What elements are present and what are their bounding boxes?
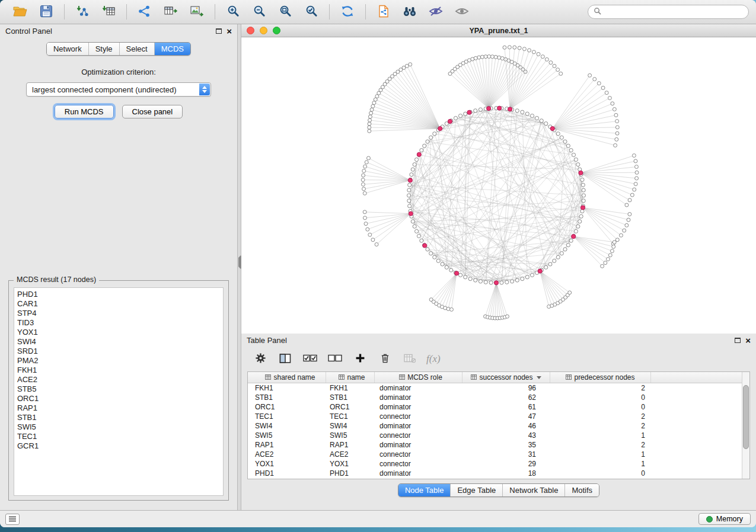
cell-successor-nodes[interactable]: 43 xyxy=(462,431,550,440)
cell-predecessor-nodes[interactable]: 1 xyxy=(550,431,651,440)
cell-successor-nodes[interactable]: 61 xyxy=(462,403,550,411)
table-row[interactable]: STB1STB1dominator620 xyxy=(248,393,742,402)
cell-shared-name[interactable]: TEC1 xyxy=(248,412,326,421)
cell-name[interactable]: ACE2 xyxy=(326,450,375,459)
zoom-selected-button[interactable] xyxy=(301,3,321,21)
column-header-name[interactable]: name xyxy=(326,372,375,383)
mcds-result-item[interactable]: ORC1 xyxy=(17,394,220,403)
cell-name[interactable]: ORC1 xyxy=(326,403,375,411)
cell-MCDS-role[interactable]: dominator xyxy=(375,469,462,477)
select-all-columns-button[interactable] xyxy=(301,350,320,368)
cell-MCDS-role[interactable]: dominator xyxy=(375,403,462,411)
network-view[interactable] xyxy=(241,37,756,334)
search-box[interactable] xyxy=(588,5,749,19)
mcds-result-item[interactable]: FKH1 xyxy=(17,366,220,375)
table-row[interactable]: FKH1FKH1dominator962 xyxy=(248,383,742,393)
cell-MCDS-role[interactable]: dominator xyxy=(375,441,462,449)
tab-mcds[interactable]: MCDS xyxy=(154,43,190,55)
table-row[interactable]: SWI4SWI4dominator462 xyxy=(248,421,742,431)
table-row[interactable]: SWI5SWI5connector431 xyxy=(248,431,742,440)
close-panel-button[interactable]: Close panel xyxy=(122,105,183,118)
cell-predecessor-nodes[interactable]: 2 xyxy=(550,412,651,421)
table-row[interactable]: TEC1TEC1connector472 xyxy=(248,412,742,421)
cell-predecessor-nodes[interactable]: 1 xyxy=(550,460,651,468)
cell-predecessor-nodes[interactable]: 1 xyxy=(550,450,651,459)
window-zoom-icon[interactable] xyxy=(273,27,280,34)
mcds-result-item[interactable]: CAR1 xyxy=(17,299,220,309)
mcds-result-item[interactable]: TEC1 xyxy=(17,432,220,441)
column-header-MCDS-role[interactable]: MCDS role xyxy=(375,372,462,383)
criterion-select[interactable]: largest connected component (undirected) xyxy=(26,82,211,97)
cell-successor-nodes[interactable]: 62 xyxy=(462,393,550,402)
close-table-panel-icon[interactable]: × xyxy=(745,336,751,345)
run-mcds-button[interactable]: Run MCDS xyxy=(55,105,114,118)
network-window-titlebar[interactable]: YPA_prune.txt_1 xyxy=(241,24,756,37)
mcds-result-list[interactable]: PHD1CAR1STP4TID3YOX1SWI4SRD1PMA2FKH1ACE2… xyxy=(14,287,224,496)
hide-glyphs-button[interactable] xyxy=(426,3,446,21)
cell-successor-nodes[interactable]: 31 xyxy=(462,450,550,459)
tab-network-table[interactable]: Network Table xyxy=(502,484,564,496)
deselect-all-columns-button[interactable] xyxy=(326,350,344,368)
table-row[interactable]: PHD1PHD1dominator180 xyxy=(248,469,742,478)
search-input[interactable] xyxy=(605,8,743,16)
cell-shared-name[interactable]: SWI5 xyxy=(248,431,326,440)
cell-MCDS-role[interactable]: connector xyxy=(375,431,462,440)
sort-chevron-icon[interactable] xyxy=(537,376,541,379)
table-settings-button[interactable] xyxy=(251,350,270,368)
close-panel-icon[interactable]: × xyxy=(227,27,232,36)
tab-edge-table[interactable]: Edge Table xyxy=(450,484,502,496)
refresh-button[interactable] xyxy=(337,3,358,21)
memory-button[interactable]: Memory xyxy=(698,513,751,525)
import-table-button[interactable] xyxy=(98,3,119,21)
zoom-fit-button[interactable] xyxy=(275,3,295,21)
panel-menu-button[interactable] xyxy=(5,514,20,525)
cell-successor-nodes[interactable]: 18 xyxy=(462,469,550,477)
zoom-in-button[interactable] xyxy=(223,3,243,21)
window-close-icon[interactable] xyxy=(247,27,254,34)
save-button[interactable] xyxy=(36,3,56,21)
function-builder-button[interactable]: f(x) xyxy=(426,353,441,365)
cell-successor-nodes[interactable]: 47 xyxy=(462,412,550,421)
cell-name[interactable]: TEC1 xyxy=(326,412,375,421)
cell-shared-name[interactable]: YOX1 xyxy=(248,460,326,468)
float-panel-icon[interactable] xyxy=(216,28,222,34)
cell-name[interactable]: RAP1 xyxy=(326,441,375,449)
table-row[interactable]: ORC1ORC1dominator610 xyxy=(248,402,742,412)
table-scrollbar[interactable] xyxy=(742,372,749,479)
cell-MCDS-role[interactable]: dominator xyxy=(375,384,462,392)
cell-shared-name[interactable]: RAP1 xyxy=(248,441,326,449)
cell-name[interactable]: SWI5 xyxy=(326,431,375,440)
mcds-result-item[interactable]: RAP1 xyxy=(17,403,220,413)
cell-name[interactable]: FKH1 xyxy=(326,384,375,392)
column-header-predecessor-nodes[interactable]: predecessor nodes xyxy=(550,372,651,383)
cell-shared-name[interactable]: PHD1 xyxy=(248,469,326,477)
cell-successor-nodes[interactable]: 29 xyxy=(462,460,550,468)
cell-shared-name[interactable]: FKH1 xyxy=(248,384,326,392)
cell-predecessor-nodes[interactable]: 0 xyxy=(550,403,651,411)
tab-select[interactable]: Select xyxy=(119,43,154,55)
cell-successor-nodes[interactable]: 35 xyxy=(462,441,550,449)
cell-shared-name[interactable]: STB1 xyxy=(248,393,326,402)
tab-motifs[interactable]: Motifs xyxy=(564,484,599,496)
tab-network[interactable]: Network xyxy=(47,43,88,55)
open-file-button[interactable] xyxy=(10,3,30,21)
tab-style[interactable]: Style xyxy=(88,43,119,55)
cell-name[interactable]: SWI4 xyxy=(326,422,375,430)
cell-shared-name[interactable]: ORC1 xyxy=(248,403,326,411)
table-row[interactable]: RAP1RAP1dominator352 xyxy=(248,440,742,450)
mcds-result-item[interactable]: STB1 xyxy=(17,413,220,422)
show-glyphs-button[interactable] xyxy=(452,3,472,21)
panel-splitter[interactable] xyxy=(237,24,241,510)
cell-MCDS-role[interactable]: connector xyxy=(375,412,462,421)
show-columns-button[interactable] xyxy=(276,350,295,368)
delete-column-button[interactable] xyxy=(375,350,394,368)
open-network-file-button[interactable] xyxy=(374,3,394,21)
export-network-button[interactable] xyxy=(135,3,155,21)
mcds-result-item[interactable]: SRD1 xyxy=(17,347,220,356)
cell-MCDS-role[interactable]: connector xyxy=(375,460,462,468)
mcds-result-item[interactable]: PHD1 xyxy=(17,290,220,299)
cell-name[interactable]: PHD1 xyxy=(326,469,375,477)
cell-MCDS-role[interactable]: connector xyxy=(375,450,462,459)
cell-predecessor-nodes[interactable]: 2 xyxy=(550,422,651,430)
import-network-button[interactable] xyxy=(72,3,92,21)
